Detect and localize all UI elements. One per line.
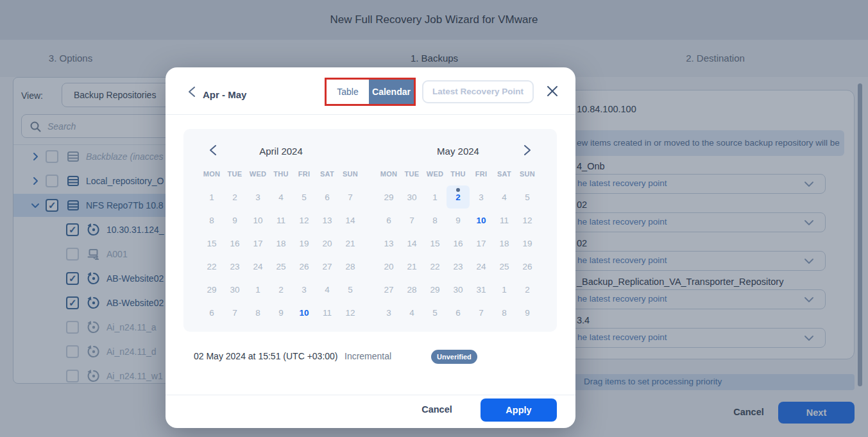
day-cell[interactable]: 14 (339, 209, 362, 232)
day-cell[interactable]: 7 (400, 209, 423, 232)
day-cell[interactable]: 15 (200, 232, 223, 255)
day-cell[interactable]: 6 (377, 209, 400, 232)
day-cell[interactable]: 3 (246, 185, 269, 209)
day-cell[interactable]: 28 (400, 278, 423, 301)
day-cell[interactable]: 5 (516, 185, 539, 209)
weekday-label: FRI (470, 166, 493, 182)
day-cell[interactable]: 9 (447, 209, 470, 232)
close-icon[interactable] (547, 85, 558, 97)
day-cell[interactable]: 25 (493, 255, 516, 278)
day-cell[interactable]: 2 (516, 278, 539, 301)
day-cell[interactable]: 13 (377, 232, 400, 255)
day-cell[interactable]: 10 (246, 209, 269, 232)
day-cell[interactable]: 29 (423, 278, 447, 301)
day-cell[interactable]: 12 (516, 209, 539, 232)
day-cell[interactable]: 27 (377, 278, 400, 301)
day-cell[interactable]: 5 (423, 301, 447, 324)
weekday-label: SAT (316, 166, 339, 182)
day-cell[interactable]: 29 (377, 185, 400, 209)
modal-cancel-button[interactable]: Cancel (418, 404, 456, 415)
selected-point-info: 02 May 2024 at 15:51 (UTC +03:00) Increm… (166, 348, 575, 366)
calendar-panel: April 2024 MONTUEWEDTHUFRISATSUN 1234567… (183, 129, 557, 332)
day-cell[interactable]: 13 (316, 209, 339, 232)
day-cell[interactable]: 4 (269, 185, 293, 209)
day-cell[interactable]: 7 (470, 301, 493, 324)
day-cell[interactable]: 28 (339, 255, 362, 278)
day-cell[interactable]: 29 (200, 278, 223, 301)
day-cell[interactable]: 7 (223, 301, 246, 324)
day-cell[interactable]: 10 (470, 209, 493, 232)
day-cell[interactable]: 24 (246, 255, 269, 278)
day-cell[interactable]: 11 (269, 209, 293, 232)
day-cell[interactable]: 1 (423, 185, 447, 209)
day-cell[interactable]: 26 (293, 255, 316, 278)
modal-divider (166, 114, 575, 115)
day-cell[interactable]: 11 (316, 301, 339, 324)
weekday-label: SUN (339, 166, 362, 182)
table-view-button[interactable]: Table (327, 80, 369, 104)
day-cell[interactable]: 22 (200, 255, 223, 278)
day-cell[interactable]: 6 (316, 185, 339, 209)
day-cell[interactable]: 1 (246, 278, 269, 301)
day-cell[interactable]: 30 (223, 278, 246, 301)
day-cell[interactable]: 27 (316, 255, 339, 278)
day-cell[interactable]: 17 (470, 232, 493, 255)
recovery-point-datetime: 02 May 2024 at 15:51 (UTC +03:00) (194, 351, 338, 361)
day-cell[interactable]: 6 (200, 301, 223, 324)
day-cell[interactable]: 3 (377, 301, 400, 324)
day-cell[interactable]: 22 (423, 255, 447, 278)
calendar-view-button[interactable]: Calendar (369, 80, 414, 104)
day-cell[interactable]: 30 (400, 185, 423, 209)
latest-recovery-point-button[interactable]: Latest Recovery Point (422, 80, 534, 103)
day-cell[interactable]: 9 (269, 301, 293, 324)
day-cell[interactable]: 20 (316, 232, 339, 255)
day-cell[interactable]: 2 (269, 278, 293, 301)
day-cell[interactable]: 14 (400, 232, 423, 255)
day-cell[interactable]: 1 (493, 278, 516, 301)
day-cell[interactable]: 8 (246, 301, 269, 324)
recovery-point-modal: Apr - May Table Calendar Latest Recovery… (166, 67, 575, 428)
day-cell[interactable]: 3 (470, 185, 493, 209)
day-cell[interactable]: 23 (447, 255, 470, 278)
day-cell[interactable]: 31 (470, 278, 493, 301)
day-cell[interactable]: 4 (493, 185, 516, 209)
day-cell[interactable]: 18 (493, 232, 516, 255)
day-cell[interactable]: 4 (400, 301, 423, 324)
day-cell[interactable]: 10 (293, 301, 316, 324)
day-cell[interactable]: 24 (470, 255, 493, 278)
day-cell[interactable]: 23 (223, 255, 246, 278)
day-cell[interactable]: 21 (339, 232, 362, 255)
day-cell[interactable]: 6 (447, 301, 470, 324)
day-cell[interactable]: 19 (516, 232, 539, 255)
day-cell[interactable]: 20 (377, 255, 400, 278)
day-cell[interactable]: 21 (400, 255, 423, 278)
day-cell[interactable]: 17 (246, 232, 269, 255)
day-cell[interactable]: 26 (516, 255, 539, 278)
day-cell[interactable]: 2 (223, 185, 246, 209)
day-cell[interactable]: 1 (200, 185, 223, 209)
day-cell[interactable]: 12 (339, 301, 362, 324)
day-cell[interactable]: 16 (223, 232, 246, 255)
day-cell[interactable]: 19 (293, 232, 316, 255)
day-cell[interactable]: 4 (316, 278, 339, 301)
day-cell[interactable]: 12 (293, 209, 316, 232)
day-cell[interactable]: 2 (447, 185, 470, 209)
day-cell[interactable]: 8 (200, 209, 223, 232)
day-cell[interactable]: 15 (423, 232, 447, 255)
day-cell[interactable]: 8 (423, 209, 447, 232)
day-cell[interactable]: 30 (447, 278, 470, 301)
day-cell[interactable]: 5 (339, 278, 362, 301)
back-chevron-icon[interactable] (187, 86, 198, 98)
modal-apply-button[interactable]: Apply (481, 398, 557, 422)
day-cell[interactable]: 3 (293, 278, 316, 301)
day-cell[interactable]: 25 (269, 255, 293, 278)
day-cell[interactable]: 18 (269, 232, 293, 255)
weekday-label: TUE (400, 166, 423, 182)
day-cell[interactable]: 5 (293, 185, 316, 209)
day-cell[interactable]: 11 (493, 209, 516, 232)
day-cell[interactable]: 8 (493, 301, 516, 324)
day-cell[interactable]: 7 (339, 185, 362, 209)
day-cell[interactable]: 9 (223, 209, 246, 232)
day-cell[interactable]: 16 (447, 232, 470, 255)
day-cell[interactable]: 9 (516, 301, 539, 324)
